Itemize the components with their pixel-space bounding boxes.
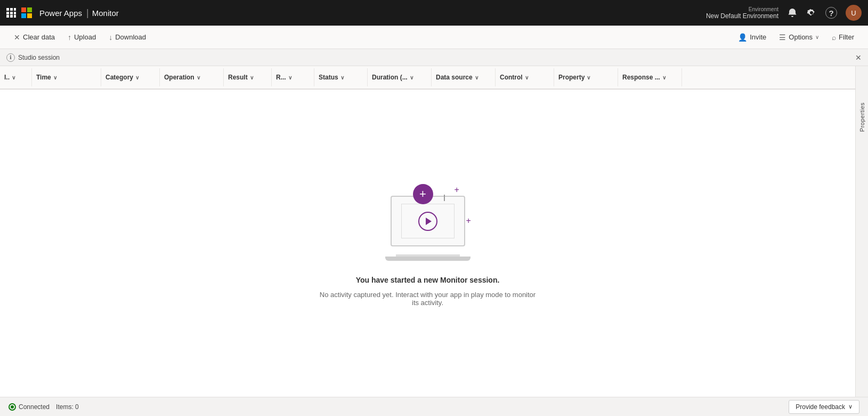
- microsoft-label: Power Apps: [39, 9, 82, 18]
- topbar-separator: |: [86, 7, 89, 19]
- invite-icon: 👤: [738, 33, 747, 42]
- col-property-label: Property: [558, 74, 585, 81]
- play-circle: [418, 212, 437, 231]
- empty-state-subtitle: No activity captured yet. Interact with …: [316, 291, 540, 307]
- col-header-result[interactable]: Result ∨: [224, 68, 272, 86]
- notification-icon[interactable]: [787, 7, 798, 18]
- col-control-label: Control: [500, 74, 523, 81]
- svg-rect-5: [14, 12, 16, 14]
- filter-button[interactable]: ⌕ Filter: [826, 30, 859, 44]
- col-time-chevron: ∨: [53, 75, 57, 81]
- col-header-time[interactable]: Time ∨: [32, 68, 101, 86]
- col-header-operation[interactable]: Operation ∨: [160, 68, 224, 86]
- col-result-label: Result: [228, 74, 248, 81]
- user-avatar[interactable]: U: [846, 5, 862, 21]
- upload-button[interactable]: ↑ Upload: [62, 30, 101, 44]
- filter-label: Filter: [839, 33, 854, 41]
- laptop-screen: [391, 196, 465, 246]
- col-result-chevron: ∨: [250, 75, 254, 81]
- feedback-label: Provide feedback: [796, 403, 845, 411]
- download-icon: ↓: [109, 33, 112, 42]
- settings-icon[interactable]: [806, 7, 817, 18]
- session-info-icon: ℹ: [6, 53, 15, 62]
- provide-feedback-button[interactable]: Provide feedback ∨: [789, 400, 859, 414]
- microsoft-logo: [21, 7, 32, 18]
- col-operation-chevron: ∨: [197, 75, 200, 81]
- connected-dot-inner: [11, 405, 14, 409]
- col-header-id[interactable]: I.. ∨: [0, 68, 32, 86]
- session-close-button[interactable]: ✕: [855, 53, 862, 62]
- topbar: Power Apps | Monitor Environment New Def…: [0, 0, 868, 26]
- col-operation-label: Operation: [164, 74, 194, 81]
- download-label: Download: [115, 33, 146, 41]
- svg-rect-8: [14, 15, 16, 18]
- waffle-icon[interactable]: [6, 8, 16, 18]
- items-count: Items: 0: [56, 403, 79, 411]
- invite-button[interactable]: 👤 Invite: [733, 30, 772, 44]
- svg-rect-3: [6, 12, 9, 14]
- right-panel[interactable]: Properties: [855, 66, 868, 397]
- col-duration-label: Duration (...: [372, 74, 408, 81]
- col-datasource-label: Data source: [436, 74, 473, 81]
- empty-illustration: + + +: [375, 180, 481, 265]
- col-header-property[interactable]: Property ∨: [554, 68, 618, 86]
- svg-rect-4: [10, 12, 13, 14]
- table-container: I.. ∨ Time ∨ Category ∨ Operation ∨ Resu…: [0, 66, 855, 397]
- col-datasource-chevron: ∨: [475, 75, 478, 81]
- options-label: Options: [789, 33, 813, 41]
- col-time-label: Time: [36, 74, 51, 81]
- invite-label: Invite: [750, 33, 766, 41]
- main-area: I.. ∨ Time ∨ Category ∨ Operation ∨ Resu…: [0, 66, 868, 397]
- col-id-label: I..: [4, 74, 10, 81]
- col-header-response[interactable]: Response ... ∨: [618, 68, 682, 86]
- environment-selector[interactable]: Environment New Default Environment: [706, 6, 778, 20]
- options-icon: ☰: [779, 33, 786, 42]
- svg-rect-2: [14, 8, 16, 11]
- col-header-status[interactable]: Status ∨: [314, 68, 368, 86]
- filter-icon: ⌕: [832, 33, 836, 42]
- svg-rect-7: [10, 15, 13, 18]
- session-bar: ℹ Studio session ✕: [0, 49, 868, 66]
- connected-dot: [9, 403, 16, 411]
- status-bar: Connected Items: 0 Provide feedback ∨: [0, 397, 868, 416]
- col-header-datasource[interactable]: Data source ∨: [432, 68, 496, 86]
- empty-state-title: You have started a new Monitor session.: [356, 276, 500, 284]
- laptop-base: [385, 257, 470, 261]
- feedback-chevron: ∨: [848, 403, 853, 410]
- play-triangle: [426, 218, 432, 225]
- help-icon[interactable]: ?: [825, 7, 837, 19]
- upload-label: Upload: [74, 33, 96, 41]
- clear-data-button[interactable]: ✕ Clear data: [9, 30, 60, 44]
- col-category-chevron: ∨: [135, 75, 139, 81]
- clear-data-label: Clear data: [23, 33, 55, 41]
- col-r-chevron: ∨: [288, 75, 292, 81]
- options-button[interactable]: ☰ Options ∨: [774, 30, 824, 44]
- col-header-control[interactable]: Control ∨: [496, 68, 554, 86]
- svg-rect-1: [10, 8, 13, 11]
- options-chevron: ∨: [815, 34, 819, 40]
- col-category-label: Category: [106, 74, 133, 81]
- toolbar: ✕ Clear data ↑ Upload ↓ Download 👤 Invit…: [0, 26, 868, 49]
- download-button[interactable]: ↓ Download: [103, 30, 151, 44]
- deco-plus-1: +: [455, 185, 459, 195]
- col-header-r[interactable]: R... ∨: [272, 68, 314, 86]
- col-control-chevron: ∨: [525, 75, 529, 81]
- topbar-module: Monitor: [92, 9, 119, 18]
- svg-rect-6: [6, 15, 9, 18]
- col-status-label: Status: [319, 74, 338, 81]
- properties-tab[interactable]: Properties: [857, 98, 867, 136]
- plus-icon: +: [413, 184, 433, 204]
- env-label: Environment: [749, 6, 778, 12]
- svg-rect-0: [6, 8, 9, 11]
- session-label: Studio session: [18, 54, 60, 61]
- col-response-chevron: ∨: [662, 75, 666, 81]
- col-header-duration[interactable]: Duration (... ∨: [368, 68, 432, 86]
- col-duration-chevron: ∨: [410, 75, 413, 81]
- deco-line: [444, 195, 445, 201]
- connection-status: Connected: [9, 403, 50, 411]
- col-status-chevron: ∨: [340, 75, 344, 81]
- col-header-category[interactable]: Category ∨: [101, 68, 160, 86]
- col-property-chevron: ∨: [587, 75, 590, 81]
- topbar-right: Environment New Default Environment ? U: [706, 5, 862, 21]
- upload-icon: ↑: [68, 33, 71, 42]
